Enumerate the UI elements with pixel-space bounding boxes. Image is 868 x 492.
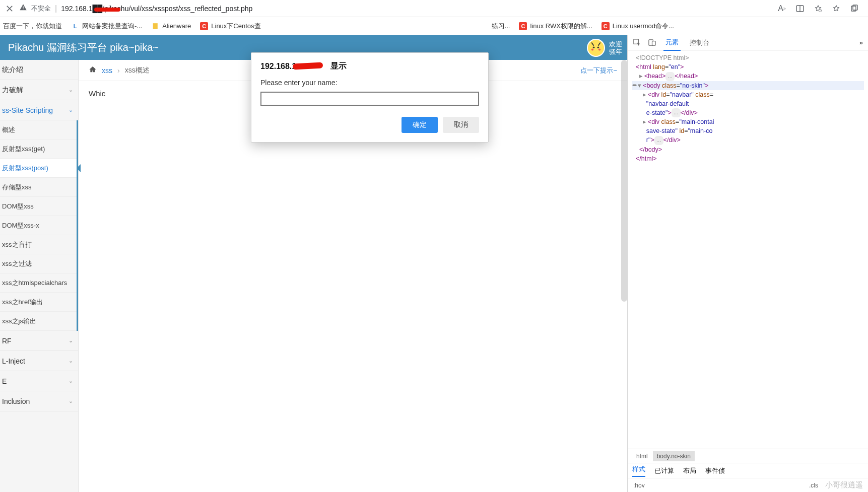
site-header: Pikachu 漏洞练习平台 pika~pika~ 欢迎 骚年: [0, 35, 627, 60]
crumb-item[interactable]: body.no-skin: [653, 451, 695, 461]
devtools-tabs: 元素 控制台 »: [628, 35, 868, 50]
separator: |: [55, 4, 57, 13]
more-tabs-icon[interactable]: »: [859, 39, 863, 46]
main-content: xss › xss概述 点一下提示~ Whic: [79, 60, 627, 492]
star-icon[interactable]: [832, 4, 841, 13]
browser-address-bar: 不安全 | 192.168.1██/pikachu/vul/xss/xsspos…: [0, 0, 868, 17]
tab-layout[interactable]: 布局: [683, 466, 696, 475]
inspect-icon[interactable]: [633, 39, 641, 47]
sidebar-item[interactable]: 概述: [0, 120, 77, 139]
tab-styles[interactable]: 样式: [632, 465, 645, 477]
tab-events[interactable]: 事件侦: [705, 466, 725, 475]
sidebar-item-active[interactable]: 反射型xss(post): [0, 159, 77, 178]
url-text[interactable]: 192.168.1██/pikachu/vul/xss/xsspost/xss_…: [61, 5, 252, 13]
svg-point-11: [591, 48, 593, 50]
sidebar-cat[interactable]: Inclusion⌄: [0, 391, 78, 411]
watermark: 小哥很逍遥: [825, 480, 863, 490]
sidebar-item[interactable]: xss之过滤: [0, 254, 77, 273]
sidebar-cat-xss[interactable]: ss-Site Scripting⌄: [0, 100, 78, 120]
welcome-text: 欢迎 骚年: [609, 40, 622, 55]
sidebar-cat[interactable]: L-Inject⌄: [0, 351, 78, 371]
redaction-mark: [94, 8, 120, 12]
chevron-down-icon: ⌄: [69, 107, 73, 113]
bookmark-item[interactable]: 练习...: [492, 22, 510, 31]
bookmark-item[interactable]: 百度一下，你就知道: [3, 22, 62, 31]
site-icon: C: [519, 22, 527, 30]
favorite-add-icon[interactable]: +: [814, 4, 823, 13]
collections-icon[interactable]: [850, 4, 859, 13]
sidebar-item[interactable]: xss之htmlspecialchars: [0, 273, 77, 293]
sidebar-item[interactable]: DOM型xss-x: [0, 216, 77, 235]
chevron-down-icon: ⌄: [69, 337, 73, 344]
bookmark-item[interactable]: Clinux RWX权限的解...: [519, 22, 592, 31]
avatar[interactable]: [587, 39, 605, 57]
dom-tree[interactable]: <!DOCTYPE html> <html lang="en"> ▸<head>…: [628, 50, 868, 449]
warning-icon: [19, 4, 27, 13]
bookmarks-bar: 百度一下，你就知道 L网站备案批量查询-... ▇Alienware CLinu…: [0, 17, 868, 35]
close-icon[interactable]: [5, 4, 14, 13]
chevron-down-icon: ⌄: [69, 358, 73, 364]
cls-toggle[interactable]: .cls: [809, 482, 818, 489]
sidebar-cat[interactable]: E⌄: [0, 371, 78, 391]
hint-link[interactable]: 点一下提示~: [580, 66, 617, 75]
svg-point-10: [597, 46, 599, 48]
site-icon: C: [602, 22, 610, 30]
sidebar-item[interactable]: DOM型xss: [0, 197, 77, 216]
breadcrumb: xss › xss概述 点一下提示~: [79, 60, 627, 81]
sidebar: 统介绍 力破解⌄ ss-Site Scripting⌄ 概述 反射型xss(ge…: [0, 60, 79, 492]
svg-rect-0: [23, 6, 23, 8]
tab-computed[interactable]: 已计算: [654, 466, 674, 475]
sidebar-item[interactable]: xss之href输出: [0, 293, 77, 312]
bookmark-item[interactable]: CLinux下Centos查: [200, 22, 260, 31]
chevron-down-icon: ⌄: [69, 378, 73, 384]
address-area[interactable]: 不安全 | 192.168.1██/pikachu/vul/xss/xsspos…: [19, 4, 772, 13]
sidebar-item[interactable]: xss之js输出: [0, 312, 77, 331]
site-title: Pikachu 漏洞练习平台 pika~pika~: [8, 41, 159, 54]
devtools-panel: 元素 控制台 » <!DOCTYPE html> <html lang="en"…: [628, 35, 868, 492]
styles-filter-bar: :hov .cls 小哥很逍遥: [628, 478, 868, 492]
tab-console[interactable]: 控制台: [688, 35, 711, 50]
bookmark-item[interactable]: CLinux usermod命令...: [602, 22, 674, 31]
svg-point-8: [589, 41, 603, 54]
bookmark-item[interactable]: ▇Alienware: [151, 22, 191, 30]
site-icon: C: [200, 22, 208, 30]
chevron-down-icon: ⌄: [69, 87, 73, 93]
hov-toggle[interactable]: :hov: [633, 482, 645, 489]
home-icon[interactable]: [89, 65, 97, 75]
bookmark-item[interactable]: L网站备案批量查询-...: [71, 22, 142, 31]
svg-rect-1: [23, 9, 23, 9]
sidebar-item[interactable]: 反射型xss(get): [0, 139, 77, 159]
folder-icon: ▇: [151, 22, 159, 30]
breadcrumb-link[interactable]: xss: [102, 66, 112, 75]
browser-right-icons: A» +: [777, 4, 859, 13]
sidebar-cat[interactable]: RF⌄: [0, 331, 78, 351]
svg-point-12: [598, 48, 600, 50]
sidebar-cat[interactable]: 统介绍: [0, 60, 78, 80]
svg-rect-15: [652, 41, 656, 45]
sidebar-item[interactable]: xss之盲打: [0, 235, 77, 254]
dom-breadcrumb[interactable]: html body.no-skin: [628, 449, 868, 463]
scrollbar[interactable]: [621, 60, 627, 302]
translate-icon[interactable]: [795, 4, 805, 13]
tab-elements[interactable]: 元素: [663, 35, 681, 51]
breadcrumb-current: xss概述: [125, 66, 150, 75]
insecure-label: 不安全: [31, 4, 51, 13]
text-size-icon[interactable]: A»: [777, 4, 786, 13]
svg-point-9: [593, 46, 595, 48]
crumb-item[interactable]: html: [632, 451, 652, 461]
styles-tabs: 样式 已计算 布局 事件侦: [628, 463, 868, 478]
content-text: Whic: [79, 81, 627, 106]
sidebar-item[interactable]: 存储型xss: [0, 178, 77, 197]
chevron-down-icon: ⌄: [69, 398, 73, 404]
device-icon[interactable]: [648, 39, 656, 47]
site-icon: L: [71, 22, 79, 30]
sidebar-cat[interactable]: 力破解⌄: [0, 80, 78, 100]
breadcrumb-sep: ›: [117, 66, 120, 75]
